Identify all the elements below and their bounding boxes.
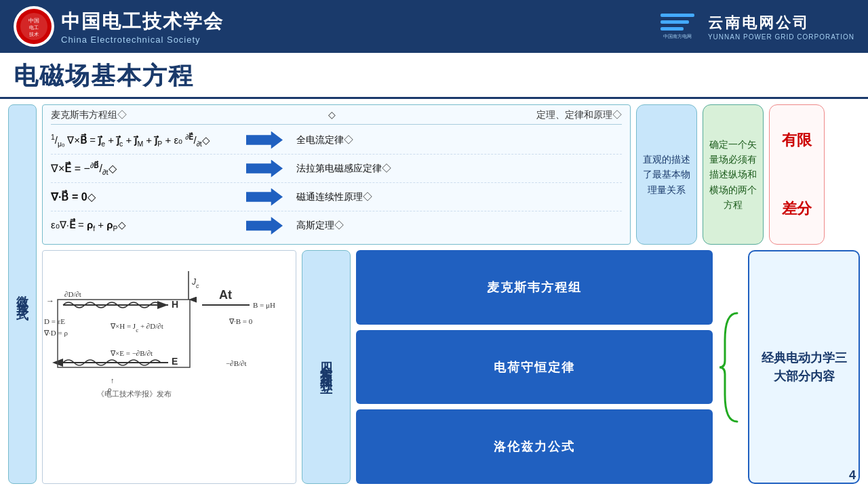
svg-text:→: → [46,296,54,306]
upper-section: 麦克斯韦方程组◇ ◇ 定理、定律和原理◇ 1/μ₀ ∇×B⃗ = j⃗e + j… [42,104,860,245]
title-bar: 电磁场基本方程 [0,53,868,99]
svg-text:E: E [172,356,178,367]
svg-text:中国南方电网: 中国南方电网 [663,34,692,39]
header-left: 中国 电工 技术 中国电工技术学会 China Electrotechnical… [14,6,224,47]
page-title: 电磁场基本方程 [14,60,854,93]
logo-circle: 中国 电工 技术 [14,6,54,47]
red-label-1: 有限 [782,130,812,150]
svg-rect-31 [58,300,190,367]
svg-text:∇×H = Jc + ∂D/∂t: ∇×H = Jc + ∂D/∂t [110,322,163,333]
org-name: 中国电工技术学会 China Electrotechnical Society [61,9,224,45]
svg-text:−∂B/∂t: −∂B/∂t [226,359,247,367]
header: 中国 电工 技术 中国电工技术学会 China Electrotechnical… [0,0,868,53]
col3-header: 定理、定律和原理◇ [536,109,622,121]
law-4: 高斯定理◇ [288,220,622,232]
col1-header: 麦克斯韦方程组◇ [51,109,127,121]
four-label-box: 四个方程相互独立 [302,250,351,484]
org-name-en: China Electrotechnical Society [61,35,224,45]
arrow-3 [241,188,288,206]
yunnan-en: YUNNAN POWER GRID CORPORATION [708,33,854,41]
svg-rect-7 [660,27,684,30]
svg-text:∇·B = 0: ∇·B = 0 [229,317,253,325]
svg-text:↑: ↑ [111,376,115,384]
yunnan-name: 云南电网公司 YUNNAN POWER GRID CORPORATION [708,13,854,41]
side-boxes: 直观的描述了最基本物理量关系 确定一个矢量场必须有描述纵场和横场的两个方程 有限… [636,104,860,245]
yunnan-cn: 云南电网公司 [708,13,854,33]
at-label: At [219,288,232,302]
side-box-describe: 直观的描述了最基本物理量关系 [636,104,697,245]
arrow-4 [241,217,288,235]
formula-3: ∇·B⃗ = 0◇ [51,190,241,203]
formula-4: ε₀∇·E⃗ = ρf + ρP◇ [51,219,241,232]
page-wrapper: 中国 电工 技术 中国电工技术学会 China Electrotechnical… [0,0,868,488]
panel-header: 麦克斯韦方程组◇ ◇ 定理、定律和原理◇ [51,109,622,125]
eq-row-1: 1/μ₀ ∇×B⃗ = j⃗e + j⃗c + j⃗M + j⃗P + ε₀ ∂… [51,126,622,155]
law-2: 法拉第电磁感应定律◇ [288,163,622,175]
blue-box-1: 麦克斯韦方程组 [356,250,713,325]
blue-arrow-icon [246,131,283,149]
eq-row-3: ∇·B⃗ = 0◇ 磁通连续性原理◇ [51,183,622,211]
eq-row-4: ε₀∇·E⃗ = ρf + ρP◇ 高斯定理◇ [51,211,622,240]
three-blue-boxes: 麦克斯韦方程组 电荷守恒定律 洛伦兹力公式 [356,250,713,484]
formula-2: ∇×E⃗ = −∂B⃗/∂t◇ [51,161,241,176]
side-box-vector: 确定一个矢量场必须有描述纵场和横场的两个方程 [703,104,764,245]
svg-text:D = εE: D = εE [44,317,65,325]
eq-row-2: ∇×E⃗ = −∂B⃗/∂t◇ 法拉第电磁感应定律◇ [51,155,622,183]
svg-rect-6 [660,20,689,24]
svg-text:Jc: Jc [191,277,199,289]
svg-text:H: H [172,299,178,310]
yunnan-logo: 中国南方电网 [657,8,698,45]
law-3: 磁通连续性原理◇ [288,191,622,203]
law-1: 全电流定律◇ [288,134,622,146]
svg-text:《电工技术学报》发布: 《电工技术学报》发布 [97,390,172,398]
svg-text:∇·D = ρ: ∇·D = ρ [43,329,68,337]
brace-area [718,250,743,484]
left-side-label: 微分形式 [8,104,37,484]
col2-header: ◇ [328,109,336,121]
arrow-2 [241,160,288,178]
svg-text:技术: 技术 [28,32,39,37]
svg-text:电工: 电工 [29,25,39,30]
classic-box: 经典电动力学三大部分内容 [748,250,860,484]
content-area: 微分形式 麦克斯韦方程组◇ ◇ 定理、定律和原理◇ 1/μ₀ [0,99,868,488]
org-name-cn: 中国电工技术学会 [61,9,224,35]
svg-text:B = μH: B = μH [253,301,275,309]
blue-arrow-icon-2 [246,160,283,178]
equation-panel: 麦克斯韦方程组◇ ◇ 定理、定律和原理◇ 1/μ₀ ∇×B⃗ = j⃗e + j… [42,104,631,245]
svg-text:中国: 中国 [28,18,39,24]
page-number: 4 [849,468,856,483]
red-label-2: 差分 [782,199,812,219]
four-eq-panel: 四个方程相互独立 麦克斯韦方程组 电荷守恒定律 洛伦兹力公式 [302,250,860,484]
side-box-red: 有限 差分 [769,104,825,245]
right-main: 麦克斯韦方程组◇ ◇ 定理、定律和原理◇ 1/μ₀ ∇×B⃗ = j⃗e + j… [42,104,860,484]
four-label-text: 四个方程相互独立 [314,352,338,382]
svg-rect-5 [660,14,694,17]
svg-text:∂D/∂t: ∂D/∂t [64,290,81,298]
blue-box-2: 电荷守恒定律 [356,330,713,405]
blue-arrow-icon-4 [246,217,283,235]
formula-1: 1/μ₀ ∇×B⃗ = j⃗e + j⃗c + j⃗M + j⃗P + ε₀ ∂… [51,133,241,148]
header-right: 中国南方电网 云南电网公司 YUNNAN POWER GRID CORPORAT… [657,8,854,45]
blue-arrow-icon-3 [246,188,283,206]
diagram-panel: → ∂D/∂t H Jc D = εE ∇·D = ρ [42,250,296,484]
lower-section: → ∂D/∂t H Jc D = εE ∇·D = ρ [42,250,860,484]
blue-box-3: 洛伦兹力公式 [356,409,713,484]
svg-text:∇×E = −∂B/∂t: ∇×E = −∂B/∂t [110,349,153,357]
arrow-1 [241,131,288,149]
